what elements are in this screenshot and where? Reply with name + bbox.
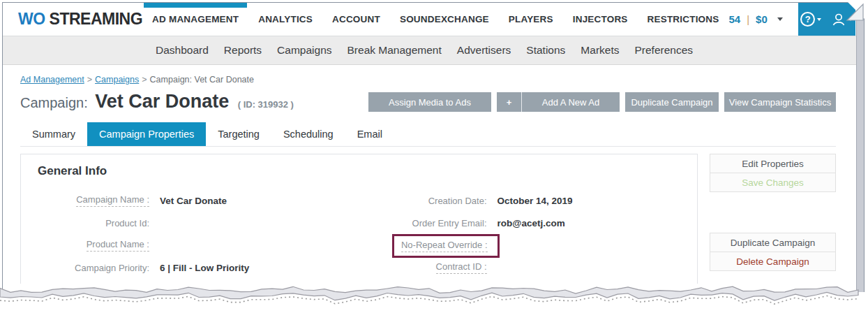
sub-navbar: Dashboard Reports Campaigns Break Manage…: [3, 36, 864, 65]
title-prefix: Campaign:: [20, 95, 88, 110]
credit-counter-dropdown[interactable]: 54 | $0: [728, 3, 782, 36]
campaign-name-value: Vet Car Donate: [160, 196, 227, 206]
campaign-name-title: Vet Car Donate: [95, 91, 229, 112]
breadcrumb-separator: >: [87, 75, 92, 85]
nav-account[interactable]: ACCOUNT: [322, 3, 390, 36]
duplicate-campaign-button-top[interactable]: Duplicate Campaign: [625, 92, 719, 112]
page-title: Campaign: Vet Car Donate ( ID: 319932 ): [20, 91, 368, 112]
field-order-entry-email: Order Entry Email: rob@acetj.com: [363, 216, 681, 230]
campaign-action-buttons: Assign Media to Ads + Add A New Ad Dupli…: [368, 92, 836, 112]
help-menu[interactable]: ?: [800, 12, 821, 27]
add-a-new-ad-button[interactable]: + Add A New Ad: [497, 92, 620, 112]
product-id-label: Product Id:: [38, 218, 149, 228]
field-product-id: Product Id:: [38, 216, 356, 230]
creation-date-label: Creation Date:: [363, 196, 487, 206]
nav-injectors[interactable]: INJECTORS: [563, 3, 638, 36]
logo-streaming: STREAMING: [50, 10, 143, 29]
subnav-stations[interactable]: Stations: [518, 44, 573, 57]
add-new-ad-label: Add A New Ad: [522, 97, 620, 108]
app-window: WO STREAMING AD MANAGEMENT ANALYTICS ACC…: [2, 2, 865, 292]
main-menu: AD MANAGEMENT ANALYTICS ACCOUNT SOUNDEXC…: [142, 3, 728, 36]
breadcrumb-current: Campaign: Vet Car Donate: [150, 75, 254, 85]
subnav-markets[interactable]: Markets: [573, 44, 627, 57]
general-info-fields: Campaign Name : Vet Car Donate Product I…: [38, 194, 680, 284]
campaign-priority-value: 6 | Fill - Low Priority: [160, 263, 249, 273]
general-info-panel: General Info Campaign Name : Vet Car Don…: [20, 154, 698, 284]
breadcrumb: Ad Management>Campaigns>Campaign: Vet Ca…: [20, 73, 836, 85]
order-entry-email-value: rob@acetj.com: [497, 218, 565, 228]
order-entry-email-label: Order Entry Email:: [363, 218, 487, 228]
subnav-dashboard[interactable]: Dashboard: [148, 44, 216, 57]
nav-soundexchange[interactable]: SOUNDEXCHANGE: [390, 3, 499, 36]
tab-scheduling[interactable]: Scheduling: [271, 122, 345, 146]
logo-wo: WO: [18, 10, 45, 29]
campaign-priority-label: Campaign Priority:: [38, 263, 149, 273]
general-info-heading: General Info: [38, 164, 680, 178]
subnav-campaigns[interactable]: Campaigns: [269, 44, 339, 57]
field-campaign-name: Campaign Name : Vet Car Donate: [38, 194, 356, 208]
count-value: 54: [728, 13, 740, 25]
creation-date-value: October 14, 2019: [497, 196, 573, 206]
nav-analytics[interactable]: ANALYTICS: [248, 3, 322, 36]
assign-media-to-ads-button[interactable]: Assign Media to Ads: [368, 92, 491, 112]
view-campaign-statistics-button[interactable]: View Campaign Statistics: [724, 92, 836, 112]
subnav-advertisers[interactable]: Advertisers: [449, 44, 519, 57]
page-content: Ad Management>Campaigns>Campaign: Vet Ca…: [3, 65, 864, 284]
top-navbar: WO STREAMING AD MANAGEMENT ANALYTICS ACC…: [3, 3, 864, 36]
page-fold-decoration: [846, 3, 864, 21]
plus-icon: +: [497, 92, 522, 112]
caret-down-icon: [777, 17, 783, 21]
tab-targeting[interactable]: Targeting: [206, 122, 271, 146]
campaign-id: ( ID: 319932 ): [238, 99, 294, 110]
duplicate-campaign-button-side[interactable]: Duplicate Campaign: [710, 233, 836, 252]
field-contract-id: Contract ID :: [363, 261, 681, 275]
breadcrumb-separator: >: [142, 75, 147, 85]
caret-down-icon: [817, 18, 821, 21]
save-changes-button[interactable]: Save Changes: [710, 173, 836, 192]
product-name-label[interactable]: Product Name :: [87, 239, 149, 252]
counter-divider: |: [747, 13, 749, 25]
fields-right-column: Creation Date: October 14, 2019 Order En…: [363, 194, 681, 284]
side-action-buttons: Edit Properties Save Changes Duplicate C…: [710, 154, 836, 271]
subnav-reports[interactable]: Reports: [216, 44, 269, 57]
nav-players[interactable]: PLAYERS: [499, 3, 563, 36]
no-repeat-override-label[interactable]: No-Repeat Override :: [401, 240, 488, 252]
campaign-name-label[interactable]: Campaign Name :: [76, 194, 149, 207]
fields-left-column: Campaign Name : Vet Car Donate Product I…: [38, 194, 356, 284]
campaign-tabs: Summary Campaign Properties Targeting Sc…: [20, 122, 836, 147]
spacer: [710, 192, 836, 233]
user-icon: [831, 12, 846, 27]
main-row: General Info Campaign Name : Vet Car Don…: [20, 154, 836, 284]
nav-ad-management[interactable]: AD MANAGEMENT: [142, 3, 248, 36]
field-creation-date: Creation Date: October 14, 2019: [363, 194, 681, 208]
field-product-name: Product Name :: [38, 238, 356, 252]
title-row: Campaign: Vet Car Donate ( ID: 319932 ) …: [20, 91, 836, 112]
torn-edge-decoration: [0, 281, 868, 320]
tab-summary[interactable]: Summary: [20, 122, 87, 146]
field-no-repeat-override: No-Repeat Override :: [363, 238, 681, 252]
subnav-preferences[interactable]: Preferences: [627, 44, 701, 57]
breadcrumb-ad-management[interactable]: Ad Management: [20, 75, 84, 85]
edit-properties-button[interactable]: Edit Properties: [710, 154, 836, 173]
no-repeat-override-highlight: No-Repeat Override :: [392, 234, 500, 258]
breadcrumb-campaigns[interactable]: Campaigns: [95, 75, 139, 85]
help-icon: ?: [800, 12, 815, 27]
vertical-scrollbar[interactable]: [856, 18, 864, 292]
wo-streaming-logo: WO STREAMING: [3, 3, 142, 36]
amount-value: $0: [756, 13, 768, 25]
nav-restrictions[interactable]: RESTRICTIONS: [638, 3, 729, 36]
subnav-break-management[interactable]: Break Management: [340, 44, 449, 57]
tab-email[interactable]: Email: [345, 122, 394, 146]
contract-id-label[interactable]: Contract ID :: [436, 261, 487, 274]
field-campaign-priority: Campaign Priority: 6 | Fill - Low Priori…: [38, 261, 356, 275]
tab-campaign-properties[interactable]: Campaign Properties: [87, 122, 206, 146]
delete-campaign-button[interactable]: Delete Campaign: [710, 252, 836, 271]
